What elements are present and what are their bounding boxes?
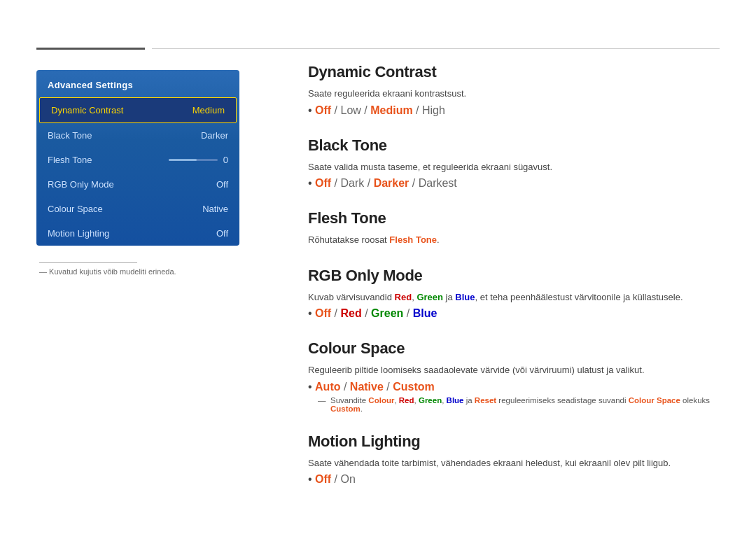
opt-blue-cs: Blue [447,396,464,405]
menu-value-colour-space: Native [202,204,228,214]
opt-custom-cs: Custom [393,381,435,393]
opt-blue-rgb: Blue [455,292,475,302]
section-title-black-tone: Black Tone [308,136,720,155]
option-black-tone: Off / Dark / Darker / Darkest [308,177,720,190]
opt-green-rgb-li: Green [371,307,403,319]
option-colour-space: Auto / Native / Custom [308,381,720,393]
section-title-rgb-only-mode: RGB Only Mode [308,267,720,285]
section-title-flesh-tone: Flesh Tone [308,209,720,227]
opt-green-rgb: Green [416,292,443,302]
menu-label-motion-lighting: Motion Lighting [48,228,109,239]
section-desc-motion-lighting: Saate vähendada toite tarbimist, vähenda… [308,456,720,470]
menu-value-rgb-only-mode: Off [216,179,228,190]
opt-red-cs: Red [399,396,414,405]
opt-native-cs: Native [350,381,384,393]
section-options-dynamic-contrast: Off / Low / Medium / High [308,104,720,117]
menu-label-black-tone: Black Tone [48,130,92,141]
section-rgb-only-mode: RGB Only Mode Kuvab värvisuvandid Red, G… [308,267,720,321]
opt-blue-rgb-li: Blue [413,307,438,319]
section-flesh-tone: Flesh Tone Rõhutatakse roosat Flesh Tone… [308,209,720,247]
section-dynamic-contrast: Dynamic Contrast Saate reguleerida ekraa… [308,63,720,117]
section-options-motion-lighting: Off / On [308,473,720,486]
opt-medium-dc: Medium [370,104,412,116]
menu-label-colour-space: Colour Space [48,204,103,214]
line-dark [36,48,145,50]
section-colour-space: Colour Space Reguleerib piltide loomisek… [308,339,720,413]
top-decorative-lines [36,48,720,50]
menu-value-black-tone: Darker [201,130,228,141]
section-title-motion-lighting: Motion Lighting [308,433,720,451]
opt-red-rgb-li: Red [341,307,362,319]
flesh-tone-value: 0 [223,155,228,165]
opt-flesh-tone-highlight: Flesh Tone [389,234,437,245]
opt-red-rgb: Red [395,292,412,302]
flesh-tone-slider-fill [169,159,197,161]
opt-green-cs: Green [419,396,442,405]
sub-note-dash: ― [318,396,326,405]
opt-darker-bt: Darker [374,177,410,189]
section-options-colour-space: Auto / Native / Custom [308,381,720,393]
flesh-tone-slider-track[interactable] [169,159,218,161]
footnote-area: ― Kuvatud kujutis võib mudeliti erineda. [36,262,239,276]
menu-item-black-tone[interactable]: Black Tone Darker [36,123,239,148]
sub-note-text: Suvandite Colour, Red, Green, Blue ja Re… [330,396,720,413]
footnote-line [39,262,137,263]
flesh-tone-slider-area: 0 [169,155,228,165]
opt-colour-space-cs: Colour Space [629,396,680,405]
colour-space-sub-note: ― Suvandite Colour, Red, Green, Blue ja … [308,396,720,413]
opt-colour-cs: Colour [368,396,394,405]
footnote-text: ― Kuvatud kujutis võib mudeliti erineda. [39,267,239,276]
section-desc-flesh-tone: Rõhutatakse roosat Flesh Tone. [308,233,720,247]
opt-low-dc: Low [341,104,361,116]
option-rgb-only-mode: Off / Red / Green / Blue [308,307,720,320]
opt-high-dc: High [422,104,445,116]
opt-off-ml: Off [315,473,331,485]
section-black-tone: Black Tone Saate valida musta taseme, et… [308,136,720,190]
menu-item-flesh-tone[interactable]: Flesh Tone 0 [36,148,239,172]
menu-label-rgb-only-mode: RGB Only Mode [48,179,114,190]
opt-off-rgb: Off [315,307,331,319]
opt-custom-end-cs: Custom [330,405,360,413]
opt-on-ml: On [341,473,356,485]
section-desc-dynamic-contrast: Saate reguleerida ekraani kontrastsust. [308,87,720,101]
section-desc-rgb-only-mode: Kuvab värvisuvandid Red, Green ja Blue, … [308,290,720,304]
section-options-rgb-only-mode: Off / Red / Green / Blue [308,307,720,320]
section-title-colour-space: Colour Space [308,339,720,358]
right-content: Dynamic Contrast Saate reguleerida ekraa… [308,63,720,505]
menu-item-rgb-only-mode[interactable]: RGB Only Mode Off [36,172,239,197]
menu-item-colour-space[interactable]: Colour Space Native [36,197,239,221]
menu-item-dynamic-contrast[interactable]: Dynamic Contrast Medium [39,97,237,123]
opt-auto-cs: Auto [315,381,340,393]
advanced-settings-box: Advanced Settings Dynamic Contrast Mediu… [36,70,239,246]
opt-off-bt: Off [315,177,331,189]
menu-label-flesh-tone: Flesh Tone [48,155,92,165]
menu-value-dynamic-contrast: Medium [192,105,225,115]
left-panel: Advanced Settings Dynamic Contrast Mediu… [36,70,239,276]
footnote-content: Kuvatud kujutis võib mudeliti erineda. [49,267,176,276]
section-desc-black-tone: Saate valida musta taseme, et reguleerid… [308,160,720,174]
line-light [152,48,720,49]
section-title-dynamic-contrast: Dynamic Contrast [308,63,720,81]
option-dynamic-contrast: Off / Low / Medium / High [308,104,720,117]
menu-value-motion-lighting: Off [216,228,228,239]
opt-darkest-bt: Darkest [419,177,457,189]
opt-reset-cs: Reset [475,396,496,405]
menu-item-motion-lighting[interactable]: Motion Lighting Off [36,221,239,246]
opt-off-dc: Off [315,104,331,116]
section-motion-lighting: Motion Lighting Saate vähendada toite ta… [308,433,720,486]
panel-title: Advanced Settings [36,70,239,97]
opt-dark-bt: Dark [341,177,365,189]
footnote-dash: ― [39,267,49,276]
option-motion-lighting: Off / On [308,473,720,486]
section-options-black-tone: Off / Dark / Darker / Darkest [308,177,720,190]
menu-label-dynamic-contrast: Dynamic Contrast [51,105,123,115]
section-desc-colour-space: Reguleerib piltide loomiseks saadaolevat… [308,363,720,377]
